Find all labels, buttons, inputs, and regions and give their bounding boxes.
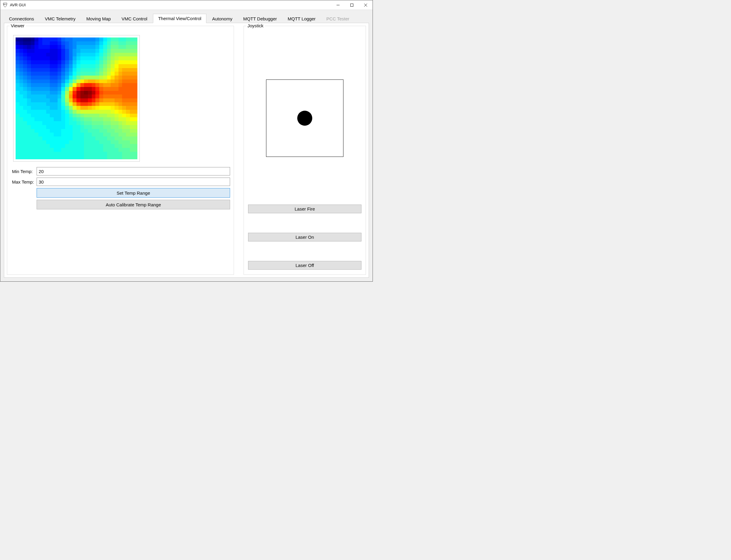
max-temp-input[interactable] (37, 178, 230, 186)
window-controls (331, 0, 373, 10)
tab-strip: ConnectionsVMC TelemetryMoving MapVMC Co… (4, 13, 369, 23)
svg-text:BELL: BELL (4, 4, 7, 5)
tab-pcc-tester: PCC Tester (321, 14, 354, 23)
close-button[interactable] (359, 0, 373, 10)
auto-calibrate-button[interactable]: Auto Calibrate Temp Range (37, 200, 230, 209)
viewer-group: Viewer Min Temp: Max Temp: Set Temp Rang… (7, 26, 234, 275)
tab-mqtt-logger[interactable]: MQTT Logger (283, 14, 321, 23)
joystick-pad[interactable] (266, 79, 343, 157)
svg-rect-2 (351, 4, 353, 6)
app-icon: BELL (3, 3, 7, 7)
client-area: ConnectionsVMC TelemetryMoving MapVMC Co… (0, 10, 373, 281)
set-temp-range-button[interactable]: Set Temp Range (37, 188, 230, 198)
thermal-image (16, 37, 137, 159)
min-temp-label: Min Temp: (11, 169, 37, 174)
joystick-legend: Joystick (246, 23, 265, 28)
application-window: BELL AVR GUI ConnectionsVMC TelemetryMov… (0, 0, 373, 282)
tab-vmc-control[interactable]: VMC Control (116, 14, 152, 23)
joystick-area (247, 31, 362, 205)
thermal-image-frame (13, 35, 140, 162)
minimize-button[interactable] (331, 0, 345, 10)
tab-autonomy[interactable]: Autonomy (207, 14, 238, 23)
viewer-legend: Viewer (10, 23, 26, 28)
laser-off-button[interactable]: Laser Off (248, 261, 361, 270)
joystick-handle[interactable] (297, 111, 312, 126)
tab-vmc-telemetry[interactable]: VMC Telemetry (40, 14, 80, 23)
laser-on-button[interactable]: Laser On (248, 233, 361, 241)
tab-content: Viewer Min Temp: Max Temp: Set Temp Rang… (4, 23, 369, 278)
min-temp-input[interactable] (37, 167, 230, 175)
joystick-group: Joystick Laser Fire Laser On Laser Off (244, 26, 366, 275)
window-title: AVR GUI (10, 3, 331, 7)
maximize-button[interactable] (345, 0, 359, 10)
tab-mqtt-debugger[interactable]: MQTT Debugger (238, 14, 282, 23)
titlebar[interactable]: BELL AVR GUI (0, 0, 373, 10)
laser-fire-button[interactable]: Laser Fire (248, 205, 361, 213)
max-temp-label: Max Temp: (11, 179, 37, 184)
tab-moving-map[interactable]: Moving Map (81, 14, 116, 23)
tab-connections[interactable]: Connections (4, 14, 39, 23)
tab-thermal-view-control[interactable]: Thermal View/Control (153, 14, 206, 23)
